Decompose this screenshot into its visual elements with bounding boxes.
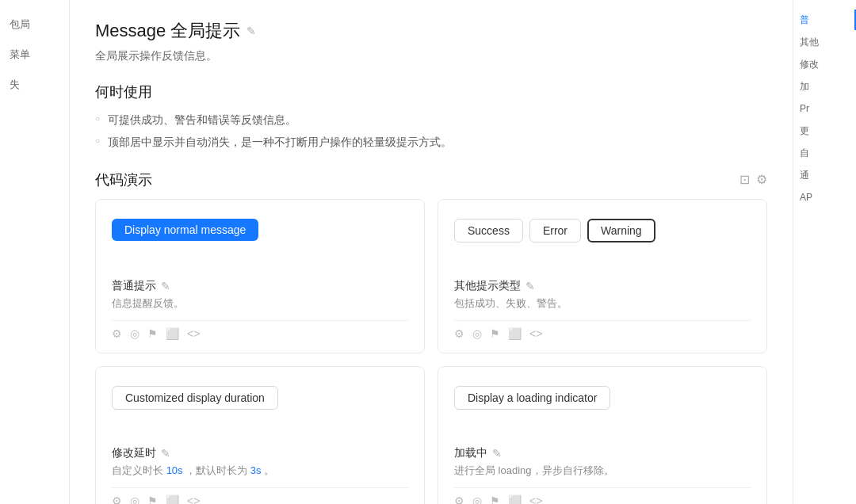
demo-card-types: Success Error Warning 其他提示类型 ✎ 包括成功、失败、警… (438, 199, 767, 353)
demo-area-3: Customized display duration (112, 386, 408, 433)
error-button[interactable]: Error (529, 219, 581, 242)
right-sidebar-item-6[interactable]: 自 (793, 143, 856, 163)
demo-grid: Display normal message 普通提示 ✎ 信息提醒反馈。 ⚙ … (95, 199, 767, 504)
card4-actions: ⚙ ◎ ⚑ ⬜ <> (454, 487, 751, 504)
card2-desc: 包括成功、失败、警告。 (454, 296, 751, 311)
when-to-use-list: 可提供成功、警告和错误等反馈信息。 顶部居中显示并自动消失，是一种不打断用户操作… (95, 111, 767, 151)
card1-action-link[interactable]: ⚑ (147, 327, 158, 340)
card1-desc: 信息提醒反馈。 (112, 296, 408, 311)
warning-button[interactable]: Warning (587, 219, 655, 242)
code-demo-toolbar: ⊡ ⚙ (739, 172, 767, 187)
code-demo-header: 代码演示 ⊡ ⚙ (95, 170, 767, 189)
demo-card-loading: Display a loading indicator 加载中 ✎ 进行全局 l… (438, 366, 767, 504)
demo-area-1: Display normal message (112, 219, 408, 266)
sidebar-item-layout[interactable]: 包局 (0, 13, 69, 36)
card1-action-target[interactable]: ◎ (130, 327, 139, 340)
card2-action-copy[interactable]: ⬜ (508, 327, 522, 340)
code-demo-title: 代码演示 (95, 170, 152, 189)
card4-action-link[interactable]: ⚑ (490, 494, 500, 504)
page-subtitle: 全局展示操作反馈信息。 (95, 49, 767, 63)
right-sidebar-item-2[interactable]: 修改 (793, 54, 856, 74)
card2-action-link[interactable]: ⚑ (490, 327, 500, 340)
right-sidebar-item-4[interactable]: Pr (793, 98, 856, 119)
display-normal-message-button[interactable]: Display normal message (112, 219, 258, 241)
card4-action-code[interactable]: <> (529, 494, 542, 504)
bullet-item-2: 顶部居中显示并自动消失，是一种不打断用户操作的轻量级提示方式。 (95, 133, 767, 151)
demo-area-4: Display a loading indicator (454, 386, 751, 433)
card2-edit-icon[interactable]: ✎ (525, 280, 535, 292)
card2-label: 其他提示类型 ✎ (454, 279, 751, 293)
sidebar-item-menu[interactable]: 菜单 (0, 43, 69, 67)
card1-label: 普通提示 ✎ (112, 279, 408, 293)
card4-action-copy[interactable]: ⬜ (508, 494, 522, 504)
card3-edit-icon[interactable]: ✎ (161, 447, 170, 460)
right-sidebar-item-3[interactable]: 加 (793, 76, 856, 97)
right-sidebar: 普 其他 修改 加 Pr 更 自 通 AP (793, 0, 856, 504)
card2-actions: ⚙ ◎ ⚑ ⬜ <> (454, 320, 751, 340)
code-sandbox-icon[interactable]: ⊡ (739, 172, 750, 187)
card1-actions: ⚙ ◎ ⚑ ⬜ <> (112, 320, 408, 340)
card3-action-target[interactable]: ◎ (130, 494, 139, 504)
card2-action-code[interactable]: <> (529, 327, 542, 340)
card2-action-settings[interactable]: ⚙ (454, 327, 464, 340)
customized-duration-button[interactable]: Customized display duration (112, 386, 278, 410)
page-title-row: Message 全局提示 ✎ (95, 19, 767, 43)
card3-action-settings[interactable]: ⚙ (112, 494, 122, 504)
card4-edit-icon[interactable]: ✎ (492, 447, 502, 460)
main-content: Message 全局提示 ✎ 全局展示操作反馈信息。 何时使用 可提供成功、警告… (70, 0, 793, 504)
card4-action-target[interactable]: ◎ (472, 494, 482, 504)
success-button[interactable]: Success (454, 219, 523, 242)
card1-action-code[interactable]: <> (187, 327, 200, 340)
bullet-item-1: 可提供成功、警告和错误等反馈信息。 (95, 111, 767, 128)
demo-card-duration: Customized display duration 修改延时 ✎ 自定义时长… (95, 366, 425, 504)
page-title-text: Message 全局提示 (95, 19, 240, 43)
right-sidebar-item-0[interactable]: 普 (793, 10, 856, 30)
sidebar-item-other[interactable]: 失 (0, 73, 69, 97)
when-to-use-heading: 何时使用 (95, 82, 767, 101)
settings-icon[interactable]: ⚙ (756, 172, 767, 187)
right-sidebar-item-1[interactable]: 其他 (793, 32, 856, 52)
card2-action-target[interactable]: ◎ (472, 327, 482, 340)
card3-actions: ⚙ ◎ ⚑ ⬜ <> (112, 487, 408, 504)
card3-desc: 自定义时长 10s ，默认时长为 3s 。 (112, 464, 408, 478)
card1-edit-icon[interactable]: ✎ (161, 280, 170, 292)
card3-action-code[interactable]: <> (187, 494, 200, 504)
card3-action-link[interactable]: ⚑ (147, 494, 158, 504)
demo-card-normal: Display normal message 普通提示 ✎ 信息提醒反馈。 ⚙ … (95, 199, 425, 353)
right-sidebar-item-8[interactable]: AP (793, 187, 856, 208)
right-sidebar-item-5[interactable]: 更 (793, 120, 856, 141)
left-sidebar: 包局 菜单 失 (0, 0, 70, 504)
title-edit-icon[interactable]: ✎ (246, 25, 256, 37)
card4-action-settings[interactable]: ⚙ (454, 494, 464, 504)
loading-indicator-button[interactable]: Display a loading indicator (454, 386, 610, 410)
card1-action-settings[interactable]: ⚙ (112, 327, 122, 340)
card4-desc: 进行全局 loading，异步自行移除。 (454, 464, 751, 478)
demo-area-2: Success Error Warning (454, 219, 751, 266)
card4-label: 加载中 ✎ (454, 446, 751, 460)
right-sidebar-item-7[interactable]: 通 (793, 165, 856, 185)
card3-action-copy[interactable]: ⬜ (166, 494, 179, 504)
card1-action-copy[interactable]: ⬜ (166, 327, 179, 340)
card3-label: 修改延时 ✎ (112, 446, 408, 460)
